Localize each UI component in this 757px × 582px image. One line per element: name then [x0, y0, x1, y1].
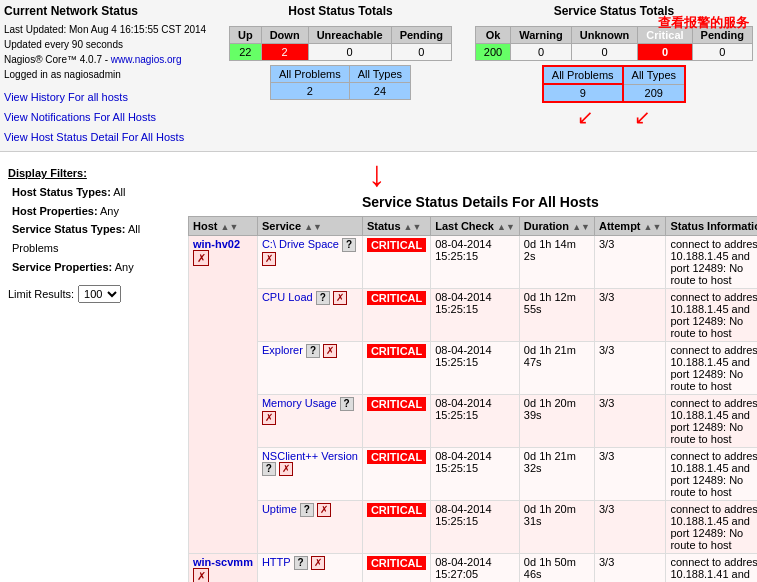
service-sort-icon[interactable]: ▲▼: [304, 222, 322, 232]
host-status-types-row: Host Status Types: All: [12, 183, 172, 202]
svc-unknown-header: Unknown: [571, 27, 638, 44]
schedule-icon[interactable]: ?: [340, 397, 354, 411]
status-sort-icon[interactable]: ▲▼: [404, 222, 422, 232]
limit-select[interactable]: 100 50 200: [78, 285, 121, 303]
host-up-count[interactable]: 22: [230, 44, 262, 61]
status-info-cell: connect to address 10.188.1.45 and port …: [666, 448, 757, 501]
svc-ok-count[interactable]: 200: [475, 44, 510, 61]
last-check-cell: 08-04-2014 15:25:15: [431, 289, 520, 342]
main-arrow-row: ↓: [188, 156, 757, 192]
svc-pending-count[interactable]: 0: [692, 44, 752, 61]
host-icon[interactable]: ✗: [193, 568, 209, 582]
duration-cell: 0d 1h 21m 32s: [519, 448, 594, 501]
service-status-subtable: All Problems All Types 9 209: [542, 65, 686, 103]
last-check-cell: 08-04-2014 15:25:15: [431, 501, 520, 554]
last-check-cell: 08-04-2014 15:25:15: [431, 342, 520, 395]
svc-problems-count[interactable]: 9: [543, 84, 623, 102]
table-row: win-hv02 ✗ C:\ Drive Space ? ✗ CRITICAL0…: [189, 236, 758, 289]
duration-cell: 0d 1h 14m 2s: [519, 236, 594, 289]
status-info-cell: connect to address 10.188.1.45 and port …: [666, 289, 757, 342]
col-status: Status ▲▼: [362, 217, 430, 236]
host-status-types-value: All: [113, 186, 125, 198]
schedule-icon[interactable]: ?: [316, 291, 330, 305]
status-info-cell: connect to address 10.188.1.41 and port …: [666, 554, 757, 582]
disable-icon[interactable]: ✗: [279, 462, 293, 476]
status-info-cell: connect to address 10.188.1.45 and port …: [666, 342, 757, 395]
schedule-icon[interactable]: ?: [300, 503, 314, 517]
service-name[interactable]: CPU Load: [262, 291, 313, 303]
disable-icon[interactable]: ✗: [311, 556, 325, 570]
service-name[interactable]: NSClient++ Version: [262, 450, 358, 462]
host-problems-count[interactable]: 2: [270, 83, 349, 100]
table-row: CPU Load ? ✗ CRITICAL08-04-2014 15:25:15…: [189, 289, 758, 342]
status-badge: CRITICAL: [367, 344, 426, 358]
host-unreachable-count[interactable]: 0: [308, 44, 391, 61]
top-section: Current Network Status Last Updated: Mon…: [0, 0, 757, 152]
service-status-title: Service Status Totals: [554, 4, 675, 18]
table-row: Memory Usage ? ✗ CRITICAL08-04-2014 15:2…: [189, 395, 758, 448]
svc-critical-count[interactable]: 0: [638, 44, 692, 61]
lastcheck-sort-icon[interactable]: ▲▼: [497, 222, 515, 232]
disable-icon[interactable]: ✗: [262, 411, 276, 425]
duration-cell: 0d 1h 20m 31s: [519, 501, 594, 554]
view-host-status-link[interactable]: View Host Status Detail For All Hosts: [4, 131, 184, 143]
main-arrow-icon: ↓: [368, 156, 386, 192]
host-types-count[interactable]: 24: [349, 83, 410, 100]
attempt-cell: 3/3: [594, 236, 665, 289]
disable-icon[interactable]: ✗: [323, 344, 337, 358]
svc-ok-header: Ok: [475, 27, 510, 44]
attempt-cell: 3/3: [594, 289, 665, 342]
host-down-count[interactable]: 2: [261, 44, 308, 61]
status-info-cell: connect to address 10.188.1.45 and port …: [666, 236, 757, 289]
svc-warning-header: Warning: [511, 27, 572, 44]
host-up-header: Up: [230, 27, 262, 44]
service-name[interactable]: C:\ Drive Space: [262, 238, 339, 250]
host-icon[interactable]: ✗: [193, 250, 209, 266]
host-all-problems-label[interactable]: All Problems: [270, 66, 349, 83]
status-badge: CRITICAL: [367, 556, 426, 570]
nagios-link[interactable]: www.nagios.org: [111, 54, 182, 65]
host-name[interactable]: win-hv02: [193, 238, 240, 250]
svc-unknown-count[interactable]: 0: [571, 44, 638, 61]
view-history-link[interactable]: View History For all hosts: [4, 91, 128, 103]
schedule-icon[interactable]: ?: [306, 344, 320, 358]
svc-all-types-label[interactable]: All Types: [623, 66, 685, 84]
last-updated: Last Updated: Mon Aug 4 16:15:55 CST 201…: [4, 22, 206, 37]
service-table: Host ▲▼ Service ▲▼ Status ▲▼ Last Check …: [188, 216, 757, 582]
service-name[interactable]: Memory Usage: [262, 397, 337, 409]
disable-icon[interactable]: ✗: [333, 291, 347, 305]
host-name[interactable]: win-scvmm: [193, 556, 253, 568]
host-pending-count[interactable]: 0: [391, 44, 451, 61]
col-duration: Duration ▲▼: [519, 217, 594, 236]
schedule-icon[interactable]: ?: [342, 238, 356, 252]
service-name[interactable]: HTTP: [262, 556, 291, 568]
update-interval: Updated every 90 seconds: [4, 37, 206, 52]
view-notifications-link[interactable]: View Notifications For All Hosts: [4, 111, 156, 123]
svc-warning-count[interactable]: 0: [511, 44, 572, 61]
host-status-title: Host Status Totals: [288, 4, 392, 18]
service-name[interactable]: Explorer: [262, 344, 303, 356]
last-check-cell: 08-04-2014 15:25:15: [431, 448, 520, 501]
schedule-icon[interactable]: ?: [262, 462, 276, 476]
col-attempt: Attempt ▲▼: [594, 217, 665, 236]
status-badge: CRITICAL: [367, 503, 426, 517]
host-sort-icon[interactable]: ▲▼: [221, 222, 239, 232]
attempt-cell: 3/3: [594, 501, 665, 554]
attempt-sort-icon[interactable]: ▲▼: [644, 222, 662, 232]
disable-icon[interactable]: ✗: [262, 252, 276, 266]
attempt-cell: 3/3: [594, 342, 665, 395]
main-layout: Display Filters: Host Status Types: All …: [0, 152, 757, 582]
arrow-left-icon: ↙: [577, 105, 594, 129]
filters-title: Display Filters:: [8, 164, 172, 183]
nagios-version: Nagios® Core™ 4.0.7 - www.nagios.org: [4, 52, 206, 67]
host-properties-row: Host Properties: Any: [12, 202, 172, 221]
host-all-types-label[interactable]: All Types: [349, 66, 410, 83]
network-status-panel: Current Network Status Last Updated: Mon…: [4, 4, 206, 147]
disable-icon[interactable]: ✗: [317, 503, 331, 517]
status-badge: CRITICAL: [367, 450, 426, 464]
duration-sort-icon[interactable]: ▲▼: [572, 222, 590, 232]
svc-types-count[interactable]: 209: [623, 84, 685, 102]
schedule-icon[interactable]: ?: [294, 556, 308, 570]
service-name[interactable]: Uptime: [262, 503, 297, 515]
svc-all-problems-label[interactable]: All Problems: [543, 66, 623, 84]
